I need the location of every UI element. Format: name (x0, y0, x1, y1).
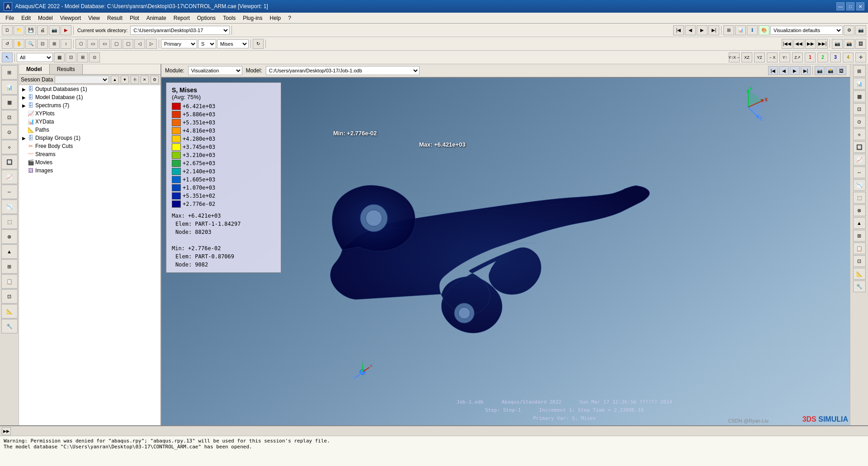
left-icon-11[interactable]: ⬚ (1, 214, 18, 229)
info-btn[interactable]: ℹ (747, 25, 758, 35)
bottom-btn[interactable]: ▢ (123, 39, 133, 49)
right-icon-16[interactable]: ⊡ (853, 255, 866, 267)
menu-item-edit[interactable]: Edit (18, 14, 34, 22)
left-icon-10[interactable]: 📉 (1, 200, 18, 214)
play-btn[interactable]: ▶ (697, 25, 708, 35)
play-next-btn[interactable]: ▶▶ (805, 39, 816, 49)
tree-movies[interactable]: 🎬 Movies (19, 158, 160, 166)
right-icon-12[interactable]: ⊗ (853, 204, 866, 216)
left-icon-18[interactable]: 🔧 (1, 319, 18, 333)
front-btn[interactable]: ▭ (87, 39, 98, 49)
menu-item-tools[interactable]: Tools (219, 14, 239, 22)
left-icon-2[interactable]: 📊 (1, 80, 18, 95)
session-up-btn[interactable]: ▲ (111, 76, 119, 84)
menu-item-viewport[interactable]: Viewport (57, 14, 85, 22)
right-icon-11[interactable]: ⬚ (853, 192, 866, 204)
titlebar-controls[interactable]: — □ ✕ (836, 2, 864, 10)
axis-z-btn[interactable]: Z↗ (792, 52, 803, 62)
module-select[interactable]: Visualization (188, 66, 242, 75)
left-icon-5[interactable]: ⊙ (1, 125, 18, 139)
left-icon-13[interactable]: ▲ (1, 244, 18, 259)
right-icon-2[interactable]: 📊 (853, 78, 866, 90)
right-icon-1[interactable]: ⊞ (853, 65, 866, 77)
log-icon-1[interactable]: ▶▶ (2, 427, 11, 435)
play-first-btn[interactable]: |◀◀ (782, 39, 793, 49)
yz-btn[interactable]: YZ (754, 52, 765, 62)
vp-next-btn[interactable]: ▶ (790, 66, 800, 75)
expand-output-dbs[interactable]: ▶ (21, 87, 27, 92)
visualization-select[interactable]: Visualization defaults (770, 26, 843, 35)
menu-item-file[interactable]: File (2, 14, 18, 22)
new-button[interactable]: 🗋 (2, 25, 13, 35)
tree-spectrums[interactable]: ▶ 🗄 Spectrums (7) (19, 101, 160, 109)
left-icon-12[interactable]: ⊗ (1, 229, 18, 244)
vp-first-btn[interactable]: |◀ (768, 66, 778, 75)
xyz-btn[interactable]: Y↑X→ (729, 52, 740, 62)
right-icon-9[interactable]: ↔ (853, 166, 866, 178)
session-delete-btn[interactable]: ✕ (141, 76, 149, 84)
left-icon-8[interactable]: 📈 (1, 170, 18, 184)
back-btn[interactable]: ▭ (99, 39, 110, 49)
first-frame-btn[interactable]: |◀ (673, 25, 684, 35)
screenshot-btn[interactable]: 📷 (832, 39, 843, 49)
right-icon-15[interactable]: 📋 (853, 243, 866, 254)
tree-display-groups[interactable]: ▶ 🗄 Display Groups (1) (19, 134, 160, 142)
left-btn[interactable]: ◁ (134, 39, 145, 49)
right-icon-7[interactable]: 🔲 (853, 141, 866, 153)
cwd-select[interactable]: C:\Users\yanran\Desktop\03-17 (130, 26, 230, 35)
pan-btn[interactable]: ✋ (14, 39, 24, 49)
video-button[interactable]: ▶ (61, 25, 71, 35)
vp-last-btn[interactable]: ▶| (801, 66, 811, 75)
selector-arrow[interactable]: ↖ (2, 52, 13, 62)
num2-btn[interactable]: 2 (817, 52, 828, 62)
chart-btn[interactable]: 📊 (735, 25, 746, 35)
left-icon-7[interactable]: 🔲 (1, 155, 18, 169)
tree-model-db[interactable]: ▶ 🗄 Model Database (1) (19, 93, 160, 101)
settings-btn[interactable]: ⚙ (844, 25, 854, 35)
print-button[interactable]: 🖨 (37, 25, 48, 35)
grid-btn[interactable]: ⊞ (723, 25, 734, 35)
menu-item-plugins[interactable]: Plug-ins (239, 14, 266, 22)
menu-item-help[interactable]: Help (266, 14, 285, 22)
play-last-btn[interactable]: ▶▶| (817, 39, 828, 49)
tree-free-body-cuts[interactable]: ✂ Free Body Cuts (19, 142, 160, 150)
num3-btn[interactable]: 3 (830, 52, 841, 62)
close-button[interactable]: ✕ (856, 2, 864, 10)
session-combo[interactable] (55, 76, 109, 84)
model-select[interactable]: C:/Users/yanran/Desktop/03-17/Job-1.odb (266, 66, 420, 75)
tree-xydata[interactable]: 📊 XYData (19, 118, 160, 126)
right-icon-17[interactable]: 📐 (853, 268, 866, 280)
menu-item-plot[interactable]: Plot (126, 14, 143, 22)
right-icon-18[interactable]: 🔧 (853, 281, 866, 292)
prev-frame-btn[interactable]: ◀ (685, 25, 696, 35)
menu-item-view[interactable]: View (85, 14, 104, 22)
view-btn[interactable]: ↕ (61, 39, 71, 49)
tree-output-dbs[interactable]: ▶ 🗄 Output Databases (1) (19, 85, 160, 93)
right-icon-6[interactable]: ⟡ (853, 128, 866, 140)
menu-item-options[interactable]: Options (193, 14, 219, 22)
zoom-btn[interactable]: 🔍 (25, 39, 36, 49)
xz-btn[interactable]: XZ (741, 52, 752, 62)
camera-button[interactable]: 📷 (49, 25, 60, 35)
vp-screenshot3[interactable]: 🖼 (836, 66, 846, 75)
axis-x-btn[interactable]: ←X (767, 52, 778, 62)
right-icon-8[interactable]: 📈 (853, 154, 866, 166)
menu-item-help2[interactable]: ? (284, 14, 295, 22)
left-icon-17[interactable]: 📐 (1, 304, 18, 319)
tree-images[interactable]: 🖼 Images (19, 166, 160, 175)
pick-btn[interactable]: ⊡ (66, 52, 76, 62)
session-down-btn[interactable]: ▼ (121, 76, 129, 84)
left-icon-1[interactable]: ⊞ (1, 65, 18, 80)
right-icon-5[interactable]: ⊙ (853, 116, 866, 128)
right-icon-14[interactable]: ⊞ (853, 230, 866, 242)
vp-screenshot2[interactable]: 📸 (826, 66, 835, 75)
left-icon-3[interactable]: ▦ (1, 95, 18, 109)
s-select[interactable]: S (198, 39, 216, 48)
iso-btn[interactable]: ⬡ (75, 39, 86, 49)
left-icon-16[interactable]: ⊡ (1, 289, 18, 304)
play-prev-btn[interactable]: ◀◀ (793, 39, 804, 49)
color-btn[interactable]: 🎨 (759, 25, 769, 35)
open-button[interactable]: 📁 (14, 25, 24, 35)
fit-btn[interactable]: ⊞ (49, 39, 60, 49)
vp-screenshot1[interactable]: 📷 (815, 66, 825, 75)
